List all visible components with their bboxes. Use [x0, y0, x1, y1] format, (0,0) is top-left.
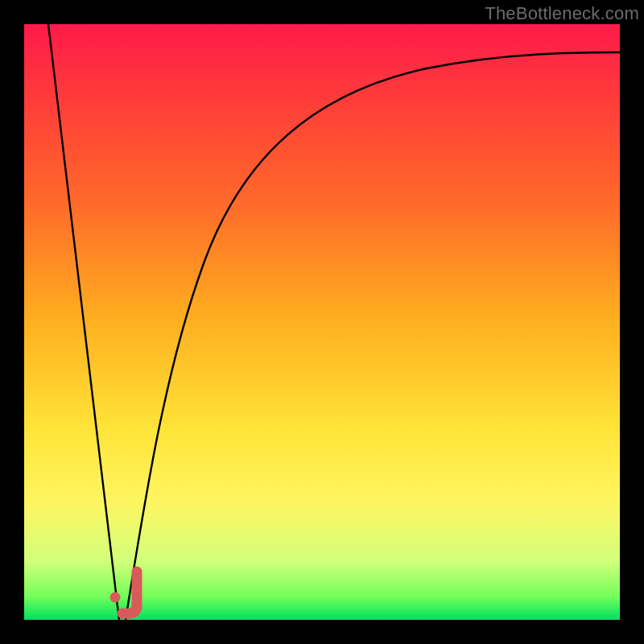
plot-area: [24, 24, 620, 620]
watermark-text: TheBottleneck.com: [485, 3, 639, 24]
marker-dot-icon: [110, 592, 121, 603]
left-descent-line: [48, 24, 119, 620]
chart-stage: TheBottleneck.com: [0, 0, 644, 644]
right-ascent-curve: [126, 52, 620, 620]
bottleneck-curves: [24, 24, 620, 620]
valley-marker-icon: [105, 565, 153, 621]
marker-j-stroke-icon: [122, 572, 137, 613]
